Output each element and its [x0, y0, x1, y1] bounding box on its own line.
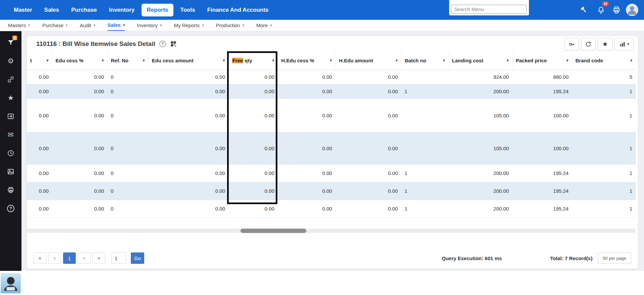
page-number-input[interactable]	[111, 252, 126, 264]
column-label: Edu cess %	[56, 58, 84, 63]
table-row[interactable]: 0.000.0000.000.000.000.001200.00195.241	[27, 164, 636, 182]
column-menu-caret[interactable]: ▾	[441, 58, 445, 63]
table-cell: 195.24	[512, 200, 572, 218]
topnav-item-master[interactable]: Master	[9, 4, 37, 16]
table-row[interactable]: 0.000.0000.000.000.000.00105.00100.001	[27, 99, 636, 132]
column-header-free-qty[interactable]: Free qty▾	[228, 51, 278, 70]
gear-icon[interactable]: ⚙	[6, 56, 16, 66]
table-cell: 0.00	[52, 132, 107, 164]
column-header-landing-cost[interactable]: Landing cost▾	[448, 51, 512, 70]
table-cell: 880.00	[512, 70, 572, 84]
column-menu-caret[interactable]: ▾	[628, 58, 632, 63]
column-menu-caret[interactable]: ▾	[141, 58, 145, 63]
column-label: Edu cess amount	[152, 58, 194, 63]
column-header-h-edu-amount[interactable]: H.Edu amount▾	[335, 51, 401, 70]
prev-page-button[interactable]: ‹	[48, 252, 61, 264]
topnav-item-finance-and-accounts[interactable]: Finance And Accounts	[202, 4, 274, 16]
table-cell: 0	[107, 84, 148, 99]
table-row[interactable]: 0.000.0000.000.000.000.001200.00195.241	[27, 200, 636, 218]
column-menu-caret[interactable]: ▾	[44, 58, 48, 63]
table-cell: 195.24	[512, 182, 572, 200]
table-cell: 0.00	[27, 99, 52, 132]
subnav-item-audit[interactable]: Audit▾	[80, 20, 96, 31]
table-cell: 0	[107, 200, 148, 218]
table-row[interactable]: 0.000.0000.000.000.000.001200.00195.241	[27, 182, 636, 200]
first-page-button[interactable]: «	[34, 252, 46, 264]
page-size-select[interactable]: 50 per page	[598, 252, 631, 264]
column-menu-caret[interactable]: ▾	[328, 58, 332, 63]
bell-icon[interactable]	[596, 5, 606, 15]
subnav-item-purchase[interactable]: Purchase▾	[42, 20, 68, 31]
report-grid-icon[interactable]	[170, 41, 177, 47]
column-header-edu-cess-[interactable]: Edu cess %▾	[52, 51, 107, 70]
share-icon[interactable]	[6, 111, 16, 121]
scrollbar-thumb[interactable]	[240, 229, 306, 233]
app-window: Master Sales Purchase Inventory Reports …	[0, 0, 644, 295]
image-icon[interactable]	[6, 167, 16, 177]
subnav-item-sales[interactable]: Sales▾	[108, 20, 125, 31]
table-cell: 0.00	[27, 182, 52, 200]
table-cell: 0.00	[228, 99, 278, 132]
key-button[interactable]	[564, 38, 579, 50]
column-header-t[interactable]: t▾	[27, 51, 52, 70]
subnav-item-inventory[interactable]: Inventory▾	[137, 20, 162, 31]
next-page-button[interactable]: ›	[78, 252, 91, 264]
table-cell: 1	[401, 84, 448, 99]
page-title: 110116 : Bill Wise Itemwise Sales Detail	[36, 40, 155, 48]
table-cell	[401, 132, 448, 164]
column-menu-caret[interactable]: ▾	[393, 58, 397, 63]
user-avatar[interactable]	[626, 4, 638, 16]
chevron-down-icon: ▾	[202, 23, 204, 27]
star-icon[interactable]: ★	[6, 93, 16, 103]
refresh-button[interactable]	[581, 38, 596, 50]
table-cell: 0.00	[228, 132, 278, 164]
gavel-icon[interactable]	[579, 5, 589, 15]
column-menu-caret[interactable]: ▾	[564, 58, 568, 63]
subnav-item-production[interactable]: Production▾	[216, 20, 244, 31]
last-page-button[interactable]: »	[93, 252, 105, 264]
table-cell: 1	[401, 182, 448, 200]
table-cell: 0.00	[278, 132, 335, 164]
column-header-edu-cess-amount[interactable]: Edu cess amount▾	[148, 51, 228, 70]
subnav-item-my-reports[interactable]: My Reports▾	[174, 20, 204, 31]
table-row[interactable]: 0.000.0000.000.000.000.001200.00195.241	[27, 84, 636, 99]
column-header-packed-price[interactable]: Packed price▾	[512, 51, 572, 70]
go-button[interactable]: Go	[131, 252, 144, 264]
table-cell: 0.00	[228, 200, 278, 218]
column-menu-caret[interactable]: ▾	[504, 58, 508, 63]
clock-icon[interactable]	[6, 148, 16, 158]
topnav-item-purchase[interactable]: Purchase	[66, 4, 102, 16]
topnav-item-tools[interactable]: Tools	[175, 4, 200, 16]
printer-icon[interactable]	[611, 5, 622, 15]
table-row[interactable]: 0.000.0000.000.000.000.00105.00100.001	[27, 132, 636, 164]
link-icon[interactable]	[6, 74, 16, 84]
chart-view-button[interactable]: ▾	[614, 38, 634, 50]
horizontal-scrollbar[interactable]	[27, 229, 636, 233]
subnav-item-masters[interactable]: Masters▾	[8, 20, 30, 31]
report-help-icon[interactable]: ?	[159, 41, 166, 47]
mail-icon[interactable]: ✉	[6, 130, 16, 140]
subnav-item-more[interactable]: More▾	[256, 20, 272, 31]
table-cell: 0	[107, 70, 148, 84]
column-header-brand-code[interactable]: Brand code▾	[572, 51, 636, 70]
table-cell: 924.00	[448, 70, 512, 84]
favorite-button[interactable]: ★	[598, 38, 612, 50]
page-1-button[interactable]: 1	[63, 252, 76, 264]
printer-icon[interactable]	[6, 185, 16, 195]
chevron-down-icon: ▾	[160, 23, 162, 27]
topnav-item-reports[interactable]: Reports	[142, 4, 173, 16]
help-icon[interactable]: ?	[6, 203, 16, 214]
column-header-batch-no[interactable]: Batch no▾	[401, 51, 448, 70]
table-cell: 0.00	[228, 164, 278, 182]
column-menu-caret[interactable]: ▾	[221, 58, 225, 63]
topnav-item-sales[interactable]: Sales	[39, 4, 64, 16]
column-menu-caret[interactable]: ▾	[270, 58, 274, 63]
search-input[interactable]	[451, 5, 527, 14]
column-header-ref-no[interactable]: Ref. No▾	[107, 51, 148, 70]
assistant-avatar[interactable]	[1, 273, 21, 293]
column-header-h-edu-cess-[interactable]: H.Edu cess %▾	[278, 51, 335, 70]
table-row[interactable]: 0.000.0000.000.000.000.00924.00880.005	[27, 70, 636, 84]
filter-count-badge: 2	[12, 36, 17, 40]
column-menu-caret[interactable]: ▾	[100, 58, 104, 63]
topnav-item-inventory[interactable]: Inventory	[104, 4, 140, 16]
